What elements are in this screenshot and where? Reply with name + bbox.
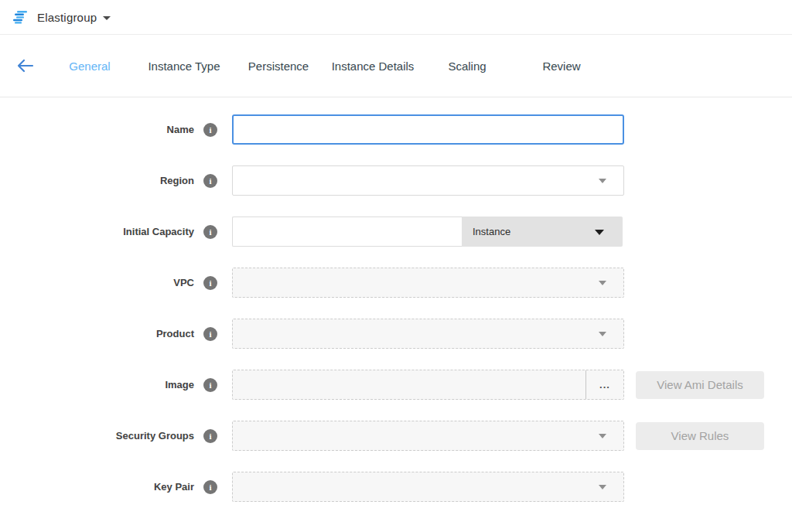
app-switcher[interactable]: Elastigroup bbox=[37, 11, 111, 24]
tab-persistence[interactable]: Persistence bbox=[231, 60, 326, 73]
field-row-product: Product i bbox=[0, 319, 792, 349]
tab-instance-details[interactable]: Instance Details bbox=[326, 60, 420, 73]
wizard-tabs: General Instance Type Persistence Instan… bbox=[43, 60, 609, 73]
field-row-initial-capacity: Initial Capacity i Instance bbox=[0, 217, 792, 247]
general-form: Name i Region i Initial Capacity i Insta… bbox=[0, 97, 792, 502]
info-icon[interactable]: i bbox=[203, 378, 217, 392]
field-row-region: Region i bbox=[0, 165, 792, 196]
initial-capacity-input[interactable] bbox=[232, 217, 462, 247]
chevron-down-icon bbox=[599, 332, 606, 336]
chevron-down-icon bbox=[599, 434, 606, 438]
security-groups-select[interactable] bbox=[232, 421, 624, 451]
info-icon[interactable]: i bbox=[203, 123, 217, 137]
initial-capacity-label: Initial Capacity bbox=[123, 226, 194, 237]
info-icon[interactable]: i bbox=[203, 480, 217, 494]
info-icon[interactable]: i bbox=[203, 327, 217, 341]
tab-general[interactable]: General bbox=[43, 60, 137, 73]
arrow-left-icon bbox=[17, 59, 34, 73]
key-pair-label: Key Pair bbox=[154, 481, 194, 493]
chevron-down-icon bbox=[599, 179, 606, 183]
info-icon[interactable]: i bbox=[203, 225, 217, 239]
vpc-select[interactable] bbox=[232, 268, 624, 298]
elastigroup-logo-icon bbox=[12, 10, 29, 24]
app-name: Elastigroup bbox=[37, 11, 97, 24]
product-select[interactable] bbox=[232, 319, 624, 349]
info-icon[interactable]: i bbox=[203, 276, 217, 290]
field-row-image: Image i ... View Ami Details bbox=[0, 370, 792, 400]
chevron-down-icon bbox=[595, 230, 604, 235]
name-label: Name bbox=[167, 124, 194, 135]
tab-instance-type[interactable]: Instance Type bbox=[137, 60, 231, 73]
image-picker[interactable]: ... bbox=[232, 370, 624, 400]
field-row-security-groups: Security Groups i View Rules bbox=[0, 421, 792, 451]
region-select[interactable] bbox=[232, 165, 624, 196]
info-icon[interactable]: i bbox=[203, 174, 217, 188]
chevron-down-icon bbox=[103, 16, 111, 20]
field-row-key-pair: Key Pair i bbox=[0, 472, 792, 502]
field-row-vpc: VPC i bbox=[0, 268, 792, 298]
image-label: Image bbox=[165, 379, 194, 390]
security-groups-label: Security Groups bbox=[116, 430, 194, 442]
key-pair-select[interactable] bbox=[232, 472, 624, 502]
chevron-down-icon bbox=[599, 281, 606, 285]
capacity-unit-select[interactable]: Instance bbox=[462, 217, 623, 247]
wizard-tabbar: General Instance Type Persistence Instan… bbox=[0, 35, 792, 97]
top-header: Elastigroup bbox=[0, 0, 792, 35]
view-rules-button[interactable]: View Rules bbox=[636, 422, 764, 450]
tab-scaling[interactable]: Scaling bbox=[420, 60, 514, 73]
capacity-unit-value: Instance bbox=[473, 226, 510, 237]
product-label: Product bbox=[156, 328, 194, 339]
image-browse-button[interactable]: ... bbox=[585, 370, 623, 399]
region-label: Region bbox=[160, 175, 194, 186]
view-ami-details-button[interactable]: View Ami Details bbox=[636, 371, 764, 399]
back-button[interactable] bbox=[15, 57, 36, 74]
chevron-down-icon bbox=[599, 485, 606, 489]
info-icon[interactable]: i bbox=[203, 429, 217, 443]
tab-review[interactable]: Review bbox=[514, 60, 609, 73]
vpc-label: VPC bbox=[173, 277, 194, 288]
field-row-name: Name i bbox=[0, 114, 792, 145]
name-input[interactable] bbox=[232, 114, 624, 145]
